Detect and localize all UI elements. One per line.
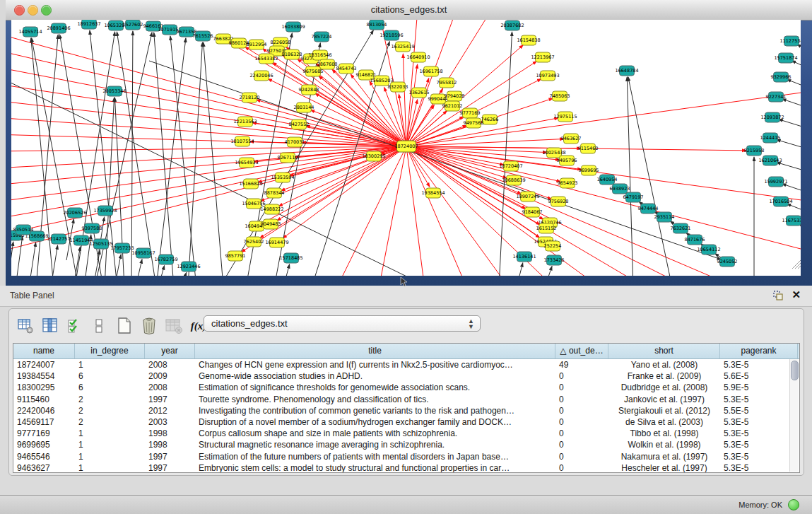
graph-node-label: 10958167	[131, 250, 155, 256]
graph-node-label: 8226058	[271, 40, 291, 45]
graph-node-label: 11127534	[779, 38, 801, 44]
table-selector-value: citations_edges.txt	[211, 318, 288, 329]
window-title: citations_edges.txt	[6, 4, 812, 15]
table-cell: 5.3E-5	[720, 359, 798, 370]
table-cell: Yano et al. (2008)	[608, 359, 720, 370]
graph-node-label: 8912954	[247, 42, 267, 47]
table-cell: Tibbo et al. (1998)	[608, 428, 720, 439]
table-row[interactable]: 1938455462009Genome-wide association stu…	[13, 370, 799, 382]
graph-node-label: 11451944	[69, 238, 93, 243]
graph-node-label: 8471676	[685, 237, 705, 243]
graph-node-label: 9474444	[638, 206, 659, 211]
table-row[interactable]: 977716911998Corpus callosum shape and si…	[13, 428, 799, 439]
memory-status-label: Memory: OK	[739, 501, 782, 509]
graph-node-label: 9463627	[561, 136, 582, 141]
graph-node-label: 17016504	[769, 199, 792, 204]
table-cell: Changes of HCN gene expression and I(f) …	[195, 359, 555, 370]
delete-icon[interactable]	[140, 317, 158, 335]
network-view-window: citations_edges.txt 14055714208914061891…	[6, 0, 812, 286]
graph-node-label: 4170031	[285, 139, 305, 145]
float-panel-icon[interactable]	[773, 291, 784, 301]
table-row[interactable]: 969969511998Structural magnetic resonanc…	[13, 439, 799, 450]
table-row[interactable]: 1872400712008Changes of HCN gene express…	[13, 359, 799, 370]
graph-node-label: 7485063	[550, 93, 570, 99]
graph-node-label: 9857791	[225, 253, 246, 259]
table-cell: Structural magnetic resonance image aver…	[195, 439, 555, 450]
network-canvas[interactable]: 1405571420891406189126371065328715276029…	[11, 20, 801, 276]
table-toolbar: f(x)	[16, 313, 208, 339]
graph-node-label: 16782759	[154, 257, 177, 262]
table-cell: 5.3E-5	[720, 416, 798, 428]
table-cell: 5.9E-5	[720, 382, 798, 393]
table-cell: Hescheler et al. (1997)	[608, 462, 720, 473]
table-settings-icon[interactable]	[16, 317, 35, 335]
graph-node-label: 12093872	[760, 115, 784, 120]
node-table[interactable]: namein_degreeyeartitle△ out_de…shortpage…	[13, 343, 800, 473]
column-header-5[interactable]: short	[608, 344, 720, 358]
citation-network-graph[interactable]: 1405571420891406189126371065328715276029…	[11, 20, 801, 276]
table-selector-dropdown[interactable]: citations_edges.txt ▲▼	[204, 315, 481, 332]
table-cell: 1	[75, 451, 145, 462]
graph-node-label: 9654923	[558, 180, 578, 186]
column-header-3[interactable]: title	[195, 344, 555, 358]
table-cell: 5.6E-5	[720, 370, 798, 382]
table-cell: 2	[75, 405, 145, 416]
graph-node-label: 10973493	[536, 73, 559, 78]
graph-node-label: 2935114	[654, 214, 675, 220]
table-cell: 1998	[145, 439, 195, 450]
graph-node-label: 8454743	[336, 66, 357, 71]
graph-node-label: 1362615	[409, 90, 430, 95]
table-cell: Genome-wide association studies in ADHD.	[195, 370, 555, 382]
graph-node-label: 14055714	[18, 29, 42, 35]
canvas-resize-grip[interactable]	[792, 260, 801, 269]
table-row[interactable]: 1830029562008Estimation of significance …	[13, 382, 799, 393]
column-header-6[interactable]: pagerank	[720, 344, 798, 358]
graph-node-label: 7615526	[193, 33, 213, 39]
table-cell: 1	[75, 428, 145, 439]
column-header-1[interactable]: in_degree	[75, 344, 145, 358]
new-file-icon[interactable]	[115, 317, 134, 335]
table-row[interactable]: 2242004622012Investigating the contribut…	[13, 405, 799, 416]
dropdown-stepper-icon: ▲▼	[468, 318, 474, 329]
graph-node-label: 7857224	[312, 34, 332, 40]
table-cell: 9463627	[13, 462, 75, 473]
graph-node-label: 19384554	[421, 190, 445, 196]
graph-node-label: 1733426	[544, 257, 565, 263]
graph-node-label: 8350514	[13, 227, 34, 233]
table-row[interactable]: 1456911722003Disruption of a novel membe…	[13, 416, 799, 428]
graph-node-label: 20891406	[47, 25, 70, 31]
graph-node-label: 1640954	[597, 177, 618, 182]
table-row[interactable]: 911546021997Tourette syndrome. Phenomeno…	[13, 394, 799, 405]
table-cell: 1	[75, 462, 145, 473]
vertical-scrollbar[interactable]	[789, 359, 799, 472]
graph-node-label: 9146821	[356, 72, 377, 78]
table-row[interactable]: 946362711997Embryonic stem cells: a mode…	[13, 462, 799, 473]
table-cell: Franke et al. (2009)	[608, 370, 720, 382]
graph-node-label: 16648784	[615, 68, 638, 74]
table-panel-body: f(x) citations_edges.txt ▲▼ namein_degre…	[8, 308, 804, 476]
memory-status-icon	[788, 499, 799, 510]
table-cell: 22420046	[13, 405, 75, 416]
table-cell: 0	[555, 462, 608, 473]
table-cell: 9115460	[13, 394, 75, 405]
column-header-4[interactable]: △ out_de…	[555, 344, 608, 358]
column-header-2[interactable]: year	[145, 344, 195, 358]
table-cell: de Silva et al. (2003)	[608, 416, 720, 428]
mouse-cursor	[400, 277, 408, 290]
graph-node-label: 6938923	[610, 186, 630, 192]
unselect-all-icon[interactable]	[90, 317, 109, 335]
graph-node-label: 9756928	[548, 199, 569, 204]
scrollbar-thumb[interactable]	[791, 361, 799, 380]
graph-node-label: 14136141	[512, 254, 536, 259]
table-cell: 1	[75, 439, 145, 450]
graph-node-label: 9242848	[299, 87, 319, 93]
column-header-0[interactable]: name	[13, 344, 75, 358]
graph-node-label: 16033809	[281, 24, 305, 30]
close-panel-icon[interactable]: ✕	[792, 288, 801, 301]
graph-node-label: 6479197	[623, 194, 644, 200]
window-titlebar[interactable]: citations_edges.txt	[6, 0, 812, 21]
select-all-icon[interactable]	[66, 317, 84, 335]
show-columns-icon[interactable]	[41, 317, 59, 335]
table-row[interactable]: 946554611997Estimation of the future num…	[13, 451, 799, 462]
graph-node-label: 18720407	[499, 163, 522, 169]
